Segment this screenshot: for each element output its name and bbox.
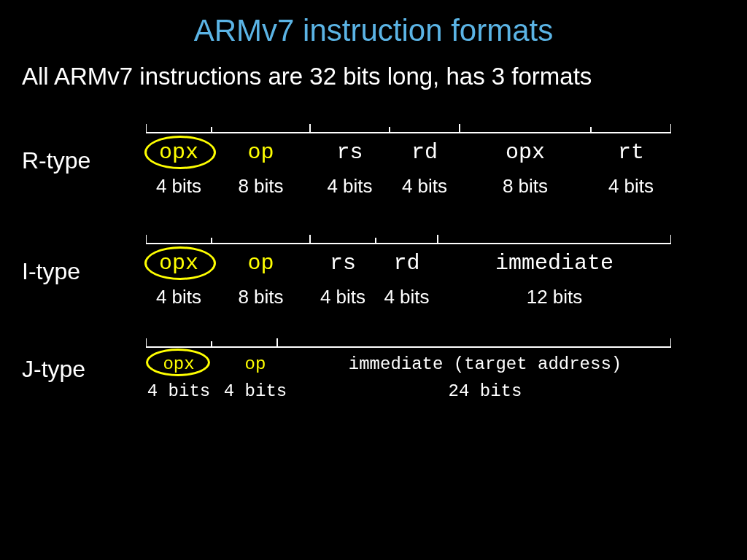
rtype-bits-3: 4 bits: [390, 175, 460, 198]
itype-bits-2: 4 bits: [310, 286, 376, 308]
itype-block: I-type opx op rs rd immediate 4 bits 8 b…: [0, 230, 747, 308]
jtype-bits-2: 24 bits: [299, 381, 671, 401]
itype-field-imm: immediate: [438, 251, 671, 276]
jtype-bits-0: 4 bits: [146, 381, 212, 401]
itype-field-rd: rd: [376, 251, 438, 276]
rtype-ruler: [146, 120, 671, 134]
itype-label: I-type: [22, 230, 146, 285]
itype-bits-1: 8 bits: [212, 286, 310, 308]
rtype-label: R-type: [22, 120, 146, 174]
rtype-field-rt: rt: [591, 140, 671, 165]
rtype-block: R-type opx op rs rd opx rt 4 bits 8 bits…: [0, 120, 747, 198]
rtype-field-rs: rs: [310, 140, 390, 165]
itype-bits-4: 12 bits: [438, 286, 671, 308]
itype-bits-3: 4 bits: [376, 286, 438, 308]
rtype-field-opx2: opx: [460, 140, 591, 165]
rtype-bits-1: 8 bits: [212, 175, 310, 198]
rtype-bits-2: 4 bits: [310, 175, 390, 198]
jtype-field-opx: opx: [146, 354, 212, 374]
rtype-field-rd: rd: [390, 140, 460, 165]
jtype-ruler: [146, 334, 671, 349]
itype-field-rs: rs: [310, 251, 376, 276]
rtype-bits-4: 8 bits: [460, 175, 591, 198]
jtype-field-imm: immediate (target address): [299, 354, 671, 374]
jtype-bits-1: 4 bits: [212, 381, 299, 401]
rtype-field-opx1: opx: [146, 140, 212, 165]
rtype-bits-5: 4 bits: [591, 175, 671, 198]
itype-field-op: op: [212, 251, 310, 276]
itype-ruler: [146, 230, 671, 245]
rtype-bits-0: 4 bits: [146, 175, 212, 198]
slide-title: ARMv7 instruction formats: [0, 0, 747, 48]
rtype-field-op: op: [212, 140, 310, 165]
jtype-field-op: op: [212, 354, 299, 374]
itype-field-opx: opx: [146, 251, 212, 276]
jtype-label: J-type: [22, 334, 146, 383]
itype-bits-0: 4 bits: [146, 286, 212, 308]
slide-subtitle: All ARMv7 instructions are 32 bits long,…: [0, 48, 747, 98]
jtype-block: J-type opx op immediate (target address)…: [0, 334, 747, 401]
